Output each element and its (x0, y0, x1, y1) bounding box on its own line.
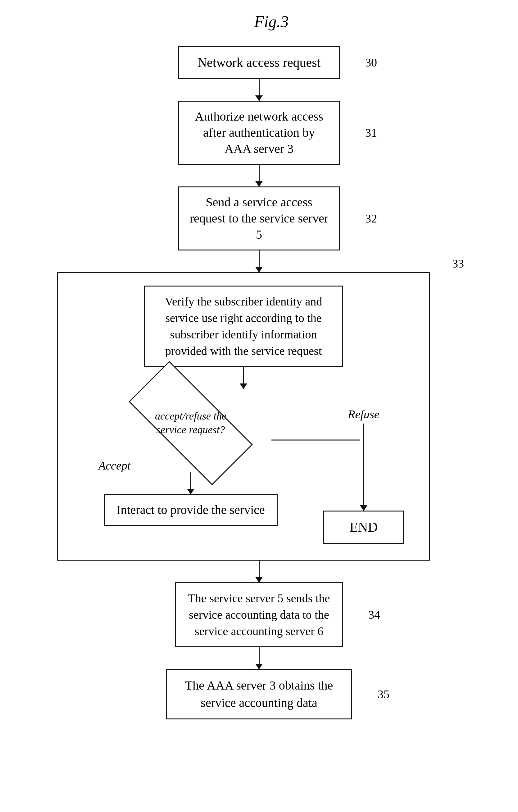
arrow-34-35 (259, 647, 260, 669)
arrow-refuse-end (363, 424, 364, 511)
diamond-text: accept/refuse the service request? (144, 409, 237, 437)
page: Fig.3 Network access request 30 Authoriz… (0, 0, 518, 812)
node-service: Interact to provide the service (104, 494, 278, 526)
node-end: END (323, 511, 404, 544)
arrow-verify-diamond (243, 367, 244, 389)
node-35: The AAA server 3 obtains the service acc… (166, 669, 352, 719)
node-34: The service server 5 sends the service a… (175, 582, 343, 648)
flowchart-wrapper: Network access request 30 Authorize netw… (41, 46, 477, 719)
diamond-wrapper: accept/refuse the service request? (125, 392, 256, 454)
node-verify: Verify the subscriber identity and servi… (144, 286, 343, 367)
label-35: 35 (377, 687, 390, 701)
arrow-30-31 (259, 79, 260, 101)
arrow-diamond-service (190, 472, 191, 494)
refuse-label: Refuse (348, 407, 379, 421)
node-33-container: Verify the subscriber identity and servi… (57, 272, 430, 560)
accept-label: Accept (98, 459, 130, 472)
label-30: 30 (365, 56, 377, 69)
node-31: Authorize network access after authentic… (178, 101, 340, 165)
label-31: 31 (365, 126, 377, 140)
arrow-32-33 (259, 251, 260, 272)
figure-title: Fig.3 (254, 12, 288, 31)
label-33: 33 (452, 257, 464, 270)
node-32: Send a service access request to the ser… (178, 186, 340, 251)
inner-split: accept/refuse the service request? Accep… (70, 389, 417, 544)
right-column: Refuse END (311, 407, 417, 544)
node-30: Network access request (178, 46, 340, 79)
arrow-31-32 (259, 165, 260, 186)
label-32: 32 (365, 212, 377, 225)
label-34: 34 (368, 608, 380, 621)
left-column: accept/refuse the service request? Accep… (70, 389, 311, 526)
arrow-33-34 (259, 560, 260, 582)
